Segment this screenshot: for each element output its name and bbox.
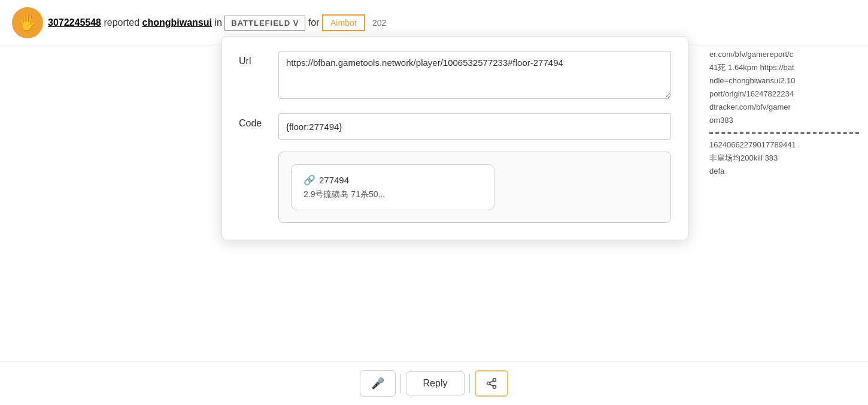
bg-line4: port/origin/16247822234 <box>709 87 859 101</box>
code-label: Code <box>239 113 269 129</box>
bg-line3: ndle=chongbiwansui2.10 <box>709 74 859 87</box>
svg-line-3 <box>490 384 494 386</box>
preview-box: 🔗 277494 2.9号硫磺岛 71杀50... <box>278 152 671 223</box>
url-label: Url <box>239 51 269 67</box>
bg-line9: defa <box>709 165 859 178</box>
bg-right-content: er.com/bfv/gamereport/c 41死 1.64kpm http… <box>700 42 868 184</box>
report-text: 3072245548 reported chongbiwansui in BAT… <box>48 17 856 28</box>
preview-card[interactable]: 🔗 277494 2.9号硫磺岛 71杀50... <box>291 164 494 210</box>
share-icon <box>485 377 497 389</box>
preview-card-id: 277494 <box>319 175 349 185</box>
bg-line2: 41死 1.64kpm https://bat <box>709 61 859 74</box>
in-word: in <box>214 17 221 28</box>
preview-card-title: 🔗 277494 <box>304 174 482 186</box>
reporter-id-link[interactable]: 3072245548 <box>48 17 101 28</box>
toolbar-divider-1 <box>400 374 401 393</box>
share-button[interactable] <box>475 370 508 397</box>
code-input[interactable] <box>278 113 671 140</box>
mic-icon: 🎤 <box>371 377 384 390</box>
url-textarea[interactable] <box>278 51 671 99</box>
for-word: for <box>308 17 320 28</box>
mic-button[interactable]: 🎤 <box>360 370 396 397</box>
url-row: Url <box>239 51 671 101</box>
toolbar-divider-2 <box>469 374 470 393</box>
avatar: 🖐 <box>12 7 43 38</box>
link-icon: 🔗 <box>304 174 315 186</box>
bg-line1: er.com/bfv/gamereport/c <box>709 48 859 61</box>
date-text: 202 <box>372 18 386 28</box>
bg-line6: om383 <box>709 114 859 127</box>
svg-line-4 <box>490 380 494 382</box>
reason-badge: Aimbot <box>322 14 365 31</box>
game-badge: BATTLEFIELD V <box>224 16 305 31</box>
bottom-toolbar: 🎤 Reply <box>0 361 868 405</box>
dashed-separator <box>709 132 859 134</box>
bg-line7: 16240662279017789441 <box>709 138 859 152</box>
bg-line8: 非皇场均200kill 383 <box>709 152 859 165</box>
preview-card-description: 2.9号硫磺岛 71杀50... <box>304 189 482 200</box>
reported-word: reported <box>104 17 139 28</box>
url-code-popup: Url Code 🔗 277494 2.9号硫磺岛 71杀50... <box>221 36 688 240</box>
bg-line5: dtracker.com/bfv/gamer <box>709 101 859 114</box>
reported-player-link[interactable]: chongbiwansui <box>142 17 211 28</box>
reply-button[interactable]: Reply <box>406 371 465 395</box>
code-row: Code <box>239 113 671 140</box>
